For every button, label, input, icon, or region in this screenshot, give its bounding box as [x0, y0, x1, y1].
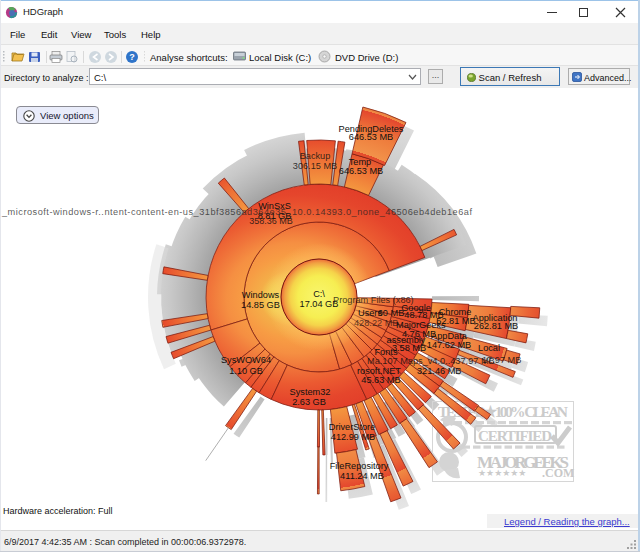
svg-text:1.10 GB: 1.10 GB	[229, 366, 263, 376]
svg-text:411.24 MB: 411.24 MB	[340, 471, 384, 481]
svg-text:System32: System32	[290, 387, 331, 397]
svg-text:321.46 MB: 321.46 MB	[417, 366, 461, 376]
svg-text:DriverStore: DriverStore	[329, 422, 375, 432]
svg-text:428.22 MB: 428.22 MB	[354, 318, 398, 328]
svg-text:Backup: Backup	[300, 151, 331, 161]
svg-text:646.53 MB: 646.53 MB	[349, 132, 393, 142]
svg-text:SysWOW64: SysWOW64	[221, 355, 271, 365]
svg-text:Local: Local	[478, 343, 500, 353]
svg-text:646.53 MB: 646.53 MB	[339, 166, 383, 176]
svg-text:★★★★★★: ★★★★★★	[478, 468, 526, 478]
svg-text:rosoft.NET: rosoft.NET	[357, 366, 401, 376]
svg-text:.COM: .COM	[542, 466, 574, 480]
svg-text:412.99 MB: 412.99 MB	[331, 432, 375, 442]
svg-text:Windows: Windows	[242, 290, 280, 300]
svg-text:2.63 GB: 2.63 GB	[292, 397, 326, 407]
svg-text:306.15 MB: 306.15 MB	[293, 161, 337, 171]
svg-text:358.36 MB: 358.36 MB	[249, 216, 293, 226]
svg-text:45.63 MB: 45.63 MB	[361, 375, 400, 385]
svg-text:_microsoft-windows-r..ntent-co: _microsoft-windows-r..ntent-content-en-u…	[1, 207, 472, 217]
svg-text:147.62 MB: 147.62 MB	[427, 340, 471, 350]
svg-text:?: ?	[129, 52, 135, 62]
svg-text:52.81 MB: 52.81 MB	[436, 316, 475, 326]
svg-text:17.97 MB: 17.97 MB	[482, 355, 521, 365]
svg-text:Ma.107 Maps_v4.0..437.97 MB: Ma.107 Maps_v4.0..437.97 MB	[367, 356, 495, 366]
svg-text:Chrome: Chrome	[439, 307, 472, 317]
svg-text:14.85 GB: 14.85 GB	[241, 300, 280, 310]
svg-text:CERTIFIED: CERTIFIED	[478, 428, 552, 444]
svg-text:262.81 MB: 262.81 MB	[474, 321, 518, 331]
svg-text:FileRepository: FileRepository	[330, 461, 389, 471]
svg-text:C:\: C:\	[313, 289, 325, 299]
